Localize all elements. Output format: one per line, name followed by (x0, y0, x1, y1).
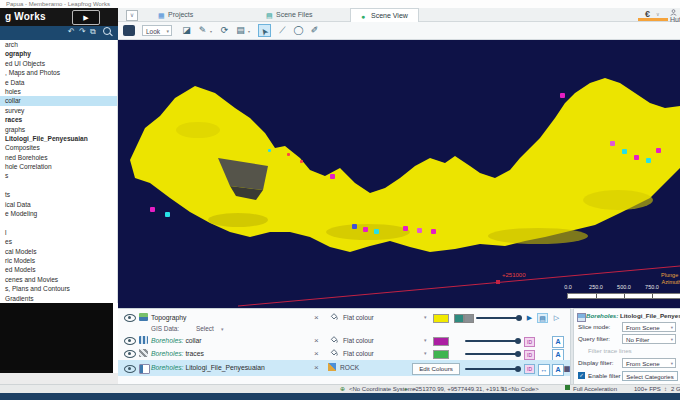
tab-scene-files[interactable]: ▤Scene Files (266, 8, 313, 22)
colour-swatch[interactable] (433, 350, 449, 359)
shape-row-topography[interactable]: Topography × Flat colour ▾ ▶ ▤ ▷ (118, 311, 570, 324)
moving-plane-icon[interactable]: ▤ (234, 24, 247, 37)
colour-mode-dropdown[interactable]: Flat colour (343, 347, 374, 360)
borehole-marker[interactable] (403, 226, 408, 231)
search-icon[interactable] (103, 27, 111, 35)
borehole-marker[interactable] (287, 153, 290, 156)
edit-colours-button[interactable]: Edit Colours (412, 363, 460, 375)
tab-projects[interactable]: ▦Projects (158, 8, 193, 22)
borehole-marker[interactable] (165, 212, 170, 217)
tree-item[interactable]: e Modeling (0, 209, 117, 218)
tree-item[interactable]: holes (0, 87, 117, 96)
select-categories-button[interactable]: Select Categories (622, 371, 678, 381)
borehole-marker[interactable] (610, 141, 615, 146)
tree-item[interactable]: e Data (0, 78, 117, 87)
borehole-marker[interactable] (560, 93, 565, 98)
borehole-marker[interactable] (431, 229, 436, 234)
visibility-eye-icon[interactable] (124, 365, 136, 373)
tree-item[interactable]: arch (0, 40, 117, 49)
moving-plane-caret-icon[interactable]: ▾ (248, 29, 250, 34)
query-filter-dropdown[interactable]: No Filter▾ (622, 334, 676, 344)
remove-icon[interactable]: × (314, 334, 319, 347)
display-filter-dropdown[interactable]: From Scene▾ (622, 358, 676, 368)
tree-item[interactable]: ed UI Objects (0, 59, 117, 68)
id-chip-button[interactable]: ID (524, 364, 535, 374)
borehole-marker[interactable] (646, 158, 651, 163)
borehole-marker[interactable] (300, 160, 303, 163)
secondary-swatch[interactable] (464, 314, 474, 323)
shape-row-litologi[interactable]: Boreholes: Litologi_File_Penyesuaian × R… (118, 360, 570, 376)
borehole-marker[interactable] (352, 224, 357, 229)
tree-item[interactable]: s (0, 171, 117, 180)
circle-tool-icon[interactable]: ◯ (292, 24, 305, 37)
borehole-marker[interactable] (622, 149, 627, 154)
tree-item[interactable]: races (0, 115, 117, 124)
scene-viewport[interactable]: +251000 Plunge +0 Azimuth 3 0.0250.0500.… (118, 40, 680, 308)
undo-icon[interactable]: ↶ (68, 27, 75, 36)
enable-filter-checkbox[interactable]: ✓ (578, 372, 585, 379)
play-button[interactable]: ▶ (72, 10, 100, 25)
slice-mode-dropdown[interactable]: From Scene▾ (622, 322, 676, 332)
remove-icon[interactable]: × (314, 360, 319, 376)
remove-icon[interactable]: × (314, 347, 319, 360)
remove-icon[interactable]: × (314, 311, 319, 324)
opacity-slider[interactable] (465, 353, 519, 355)
tree-item[interactable]: Gradients (0, 294, 117, 303)
tree-item[interactable]: s, Plans and Contours (0, 284, 117, 293)
collapse-toggle[interactable]: ∨ (126, 10, 138, 21)
borehole-marker[interactable] (363, 227, 368, 232)
borehole-marker[interactable] (330, 174, 335, 179)
opacity-slider[interactable] (465, 340, 519, 342)
opacity-slider[interactable] (476, 317, 520, 319)
copy-icon[interactable]: ⧉ (90, 27, 96, 37)
select-tool-icon[interactable]: ➤ (257, 25, 272, 39)
tree-item[interactable]: cenes and Movies (0, 275, 117, 284)
tree-item[interactable]: es (0, 237, 117, 246)
tree-item[interactable]: cal Models (0, 247, 117, 256)
borehole-marker[interactable] (374, 229, 379, 234)
opacity-slider[interactable] (465, 368, 519, 370)
shape-row-collar[interactable]: Boreholes: collar × Flat colour ▾ ID A (118, 334, 570, 347)
look-dropdown[interactable]: Look▾ (142, 25, 172, 36)
redo-icon[interactable]: ↷ (79, 27, 86, 36)
visibility-eye-icon[interactable] (124, 350, 136, 358)
ruler-tool-icon[interactable]: ⟋ (276, 24, 289, 37)
id-chip-button[interactable]: ID (524, 350, 535, 360)
legend-toggle[interactable] (454, 314, 464, 323)
tree-item[interactable]: Composites (0, 143, 117, 152)
borehole-marker[interactable] (417, 228, 422, 233)
tree-item[interactable]: Litologi_File_Penyesuaian (0, 134, 117, 143)
draw-slicer-icon[interactable]: ✎ (196, 24, 209, 37)
tree-item[interactable]: l (0, 228, 117, 237)
label-toggle-button[interactable]: A (552, 349, 564, 361)
tree-item[interactable]: , Maps and Photos (0, 68, 117, 77)
borehole-marker[interactable] (268, 149, 271, 152)
id-chip-button[interactable]: ID (524, 337, 535, 347)
scene-menu-icon[interactable] (123, 25, 135, 36)
draw-slicer-caret-icon[interactable]: ▾ (210, 29, 212, 34)
visibility-eye-icon[interactable] (124, 314, 136, 322)
tree-item[interactable]: ts (0, 190, 117, 199)
gis-overlay-button[interactable]: ▤ (537, 313, 548, 323)
tab-scene-view[interactable]: ●Scene View (350, 8, 419, 23)
slice-tool-icon[interactable]: ◪ (180, 24, 193, 37)
visibility-eye-icon[interactable] (124, 337, 136, 345)
borehole-marker[interactable] (150, 207, 155, 212)
colour-swatch[interactable] (433, 314, 449, 323)
play-outline-button[interactable]: ▷ (551, 313, 562, 323)
borehole-marker[interactable] (656, 148, 661, 153)
tree-item[interactable] (0, 218, 117, 227)
tree-item[interactable]: ical Data (0, 200, 117, 209)
tree-item[interactable]: ography (0, 49, 117, 58)
tree-item[interactable]: survey (0, 106, 117, 115)
label-toggle-button[interactable]: A (552, 336, 564, 348)
measure-tool-icon[interactable]: ✐ (308, 24, 321, 37)
play-button[interactable]: ▶ (524, 313, 535, 323)
gis-data-select-dropdown[interactable]: Select (196, 324, 214, 334)
colour-swatch[interactable] (433, 337, 449, 346)
user-menu[interactable]: Hutan (670, 9, 680, 23)
range-toggle-button[interactable]: ↔ (538, 364, 550, 376)
tree-item[interactable] (0, 181, 117, 190)
tree-item[interactable]: hole Correlation (0, 162, 117, 171)
tree-item[interactable]: graphs (0, 125, 117, 134)
